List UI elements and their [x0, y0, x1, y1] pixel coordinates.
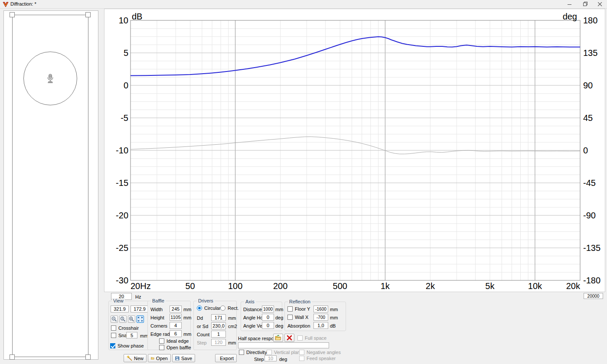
baffle-group-title: Baffle	[151, 298, 166, 303]
baffle-preview-canvas[interactable]	[3, 10, 98, 360]
right-axis-tick-label: 90	[583, 81, 607, 90]
save-button[interactable]: Save	[172, 354, 195, 362]
feed-speaker-checkbox	[299, 356, 304, 361]
step-label: Step	[197, 340, 207, 345]
baffle-width-input[interactable]	[170, 306, 182, 312]
vertical-plane-checkbox	[267, 350, 272, 355]
half-space-browse-button[interactable]	[273, 334, 283, 342]
angle-ver-label: Angle Ver	[243, 323, 264, 328]
feed-speaker-row: Feed speaker	[299, 356, 336, 361]
left-axis-tick-label: -10	[104, 146, 128, 155]
crosshair-row: Crosshair	[111, 325, 139, 331]
half-space-path-input[interactable]	[238, 342, 329, 348]
ideal-edge-row: Ideal edge	[159, 338, 189, 344]
rect-radio[interactable]	[220, 306, 225, 311]
minimize-button[interactable]	[564, 0, 576, 8]
distance-input[interactable]	[262, 306, 274, 312]
baffle-corners-input[interactable]	[170, 322, 182, 329]
close-icon	[598, 2, 602, 6]
baffle-height-input[interactable]	[170, 314, 182, 321]
corner-handle-bottom-right[interactable]	[85, 354, 91, 360]
dd-input[interactable]	[211, 314, 226, 321]
full-space-label: Full space	[305, 335, 326, 341]
new-button[interactable]: New	[124, 354, 147, 362]
sd-label: or Sd	[197, 324, 208, 329]
left-axis-tick-label: 0	[104, 81, 128, 90]
directivity-label: Directivity	[246, 350, 267, 355]
wall-x-input[interactable]	[313, 314, 328, 321]
maximize-button[interactable]	[579, 0, 591, 8]
absorption-unit: dB	[330, 323, 336, 328]
count-input[interactable]	[211, 331, 226, 338]
floor-y-input[interactable]	[313, 306, 328, 312]
left-axis-tick-label: -25	[104, 243, 128, 253]
floor-checkbox[interactable]	[287, 306, 293, 312]
rect-label: Rect.	[228, 306, 239, 311]
baffle-edge-input[interactable]	[170, 330, 182, 337]
view-width-readout[interactable]	[111, 306, 129, 312]
sd-input[interactable]	[211, 322, 226, 329]
zoom-100-icon	[120, 316, 126, 322]
crosshair-checkbox[interactable]	[111, 325, 116, 331]
distance-unit: mm	[275, 307, 283, 312]
zoom-fit-icon	[137, 316, 143, 322]
freq-max-input[interactable]	[584, 293, 603, 299]
baffle-height-label: Height	[150, 315, 164, 320]
response-chart[interactable]	[104, 9, 605, 292]
directivity-step-label: Step	[254, 357, 264, 362]
crosshair-label: Crosshair	[118, 325, 139, 331]
circular-radio[interactable]	[197, 306, 202, 311]
driver-rect-row: Rect.	[220, 306, 239, 311]
diffraction-app-window: { "window": { "title": "Diffraction: *" …	[0, 0, 607, 364]
half-space-clear-button[interactable]	[284, 334, 294, 342]
feed-speaker-label: Feed speaker	[307, 356, 336, 361]
left-axis-tick-label: -20	[104, 211, 128, 220]
sd-unit: cm2	[228, 324, 237, 329]
wall-label: Wall X	[295, 315, 308, 320]
export-button[interactable]: Export	[215, 354, 237, 362]
wall-checkbox[interactable]	[287, 315, 293, 320]
baffle-corners-label: Corners	[150, 323, 167, 328]
directivity-checkbox[interactable]	[239, 350, 244, 355]
zoom-100-button[interactable]	[119, 315, 127, 323]
angle-ver-unit: deg	[275, 323, 283, 328]
reflection-group: Reflection Floor Y mm Wall X mm Absorpti…	[284, 302, 346, 331]
x-axis-tick-label: 10k	[528, 281, 542, 291]
restore-icon	[583, 2, 588, 6]
zoom-out-button[interactable]	[111, 315, 118, 323]
view-group-title: View	[112, 298, 125, 303]
drivers-group-title: Drivers	[197, 298, 215, 303]
full-space-checkbox	[297, 335, 303, 341]
snap-checkbox[interactable]	[111, 333, 116, 338]
axis-group-title: Axis	[244, 299, 256, 304]
zoom-fit-button[interactable]	[137, 315, 144, 323]
zoom-in-button[interactable]	[128, 315, 135, 323]
left-axis-tick-label: -5	[104, 113, 128, 123]
show-phase-checkbox[interactable]	[110, 343, 115, 348]
corner-handle-top-right[interactable]	[85, 12, 91, 17]
right-axis-tick-label: 135	[583, 48, 607, 58]
negative-angles-label: Negative angles	[307, 350, 341, 355]
corner-handle-bottom-left[interactable]	[10, 354, 15, 360]
snap-value-input[interactable]	[126, 332, 137, 338]
close-button[interactable]	[594, 0, 606, 8]
microphone-icon[interactable]	[46, 74, 54, 84]
folder-open-icon	[151, 355, 154, 361]
angle-hor-input[interactable]	[262, 314, 274, 321]
directivity-row: Directivity	[239, 350, 267, 355]
baffle-edge-label: Edge rad.	[150, 332, 171, 337]
x-axis-tick-label: 100	[228, 281, 242, 291]
right-axis-tick-label: 45	[583, 113, 607, 123]
response-chart-panel[interactable]: dB deg 1050-5-10-15-20-25-3018013590450-…	[104, 9, 605, 292]
drivers-group: Drivers Circular Rect. Dd mm or Sd cm2 C…	[193, 301, 237, 350]
new-button-label: New	[134, 356, 144, 361]
open-baffle-checkbox[interactable]	[159, 345, 164, 350]
view-height-readout[interactable]	[131, 306, 149, 312]
open-button[interactable]: Open	[148, 354, 171, 362]
x-axis-tick-label: 1k	[381, 281, 390, 291]
window-title: Diffraction: *	[10, 1, 36, 6]
absorption-input[interactable]	[313, 322, 328, 329]
corner-handle-top-left[interactable]	[10, 12, 15, 17]
ideal-edge-checkbox[interactable]	[159, 338, 164, 344]
angle-ver-input[interactable]	[262, 322, 274, 329]
